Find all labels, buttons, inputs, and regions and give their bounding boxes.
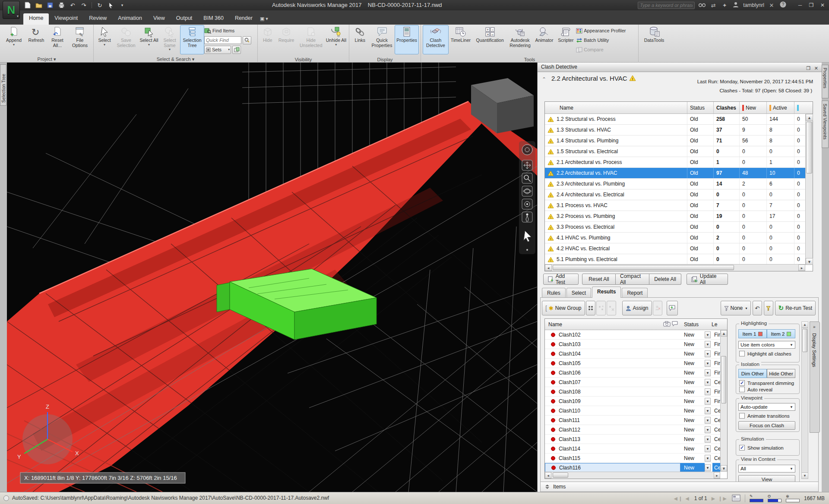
scroll-down-arrow[interactable]: ▼ bbox=[802, 472, 808, 479]
add-comment-button[interactable]: + bbox=[667, 301, 678, 315]
panel-close-icon[interactable]: ✕ bbox=[814, 64, 818, 73]
3d-viewport[interactable]: Z X Y X: 1689011ft 8in 1/8 Y: 1778600ft … bbox=[7, 63, 537, 492]
batch-utility-button[interactable]: Batch Utility bbox=[576, 36, 636, 44]
clash-column-level[interactable]: Le bbox=[712, 321, 727, 328]
clash-result-row[interactable]: Clash112New▼Ce bbox=[545, 425, 720, 435]
transparent-dimming-checkbox[interactable]: ✓ Transparent dimming bbox=[739, 380, 794, 386]
new-file-icon[interactable] bbox=[23, 1, 32, 9]
clash-result-row[interactable]: Clash107New▼Ce bbox=[545, 378, 720, 387]
manage-sets-button[interactable] bbox=[232, 46, 241, 54]
group-selected-button[interactable] bbox=[586, 301, 595, 315]
hide-button[interactable]: Hide bbox=[259, 25, 275, 54]
undo-icon[interactable]: ↶ bbox=[68, 1, 77, 9]
quantification-button[interactable]: +−×= Quantification bbox=[473, 25, 507, 54]
ribbon-tab-render[interactable]: Render bbox=[229, 13, 258, 25]
animate-transitions-checkbox[interactable]: Animate transitions bbox=[739, 413, 790, 419]
saved-viewpoints-side-tab[interactable]: Saved Viewpoints bbox=[822, 101, 829, 148]
select-cursor-icon[interactable] bbox=[107, 1, 115, 9]
item2-toggle-button[interactable]: Item 2 bbox=[767, 329, 795, 338]
highlight-all-clashes-checkbox[interactable]: Highlight all clashes bbox=[739, 351, 791, 356]
help-icon[interactable]: ? bbox=[779, 1, 787, 9]
clash-list-horizontal-scrollbar[interactable]: ◂ ▸ bbox=[545, 472, 720, 479]
column-header-reviewed[interactable] bbox=[794, 102, 805, 113]
display-settings-tab[interactable]: » Display Settings bbox=[810, 321, 820, 433]
compare-button[interactable]: Compare bbox=[576, 45, 636, 54]
find-items-button[interactable]: Find Items bbox=[204, 26, 255, 35]
autodesk-rendering-button[interactable]: Autodesk Rendering bbox=[507, 25, 533, 54]
clash-result-row[interactable]: Clash113New▼Ce bbox=[545, 435, 720, 444]
select-button[interactable]: Select▾ bbox=[95, 25, 114, 54]
clash-test-row[interactable]: !1.3 Structural vs. HVACOld37980 bbox=[545, 125, 805, 135]
scroll-up-arrow[interactable]: ▲ bbox=[721, 330, 727, 337]
scroll-right-arrow[interactable]: ▸ bbox=[714, 472, 720, 479]
tab-results[interactable]: Results bbox=[592, 287, 621, 298]
hide-other-button[interactable]: Hide Other bbox=[767, 369, 795, 378]
clash-result-row[interactable]: Clash109New▼Fir bbox=[545, 397, 720, 406]
properties-button[interactable]: Properties bbox=[395, 25, 419, 54]
status-dropdown-arrow[interactable]: ▼ bbox=[705, 331, 711, 338]
compact-filter-button[interactable] bbox=[764, 301, 773, 315]
scrollbar-thumb[interactable] bbox=[553, 265, 734, 270]
clash-result-row[interactable]: Clash110New▼Ce bbox=[545, 406, 720, 416]
open-file-icon[interactable] bbox=[35, 1, 43, 9]
status-dropdown-arrow[interactable]: ▼ bbox=[705, 455, 711, 462]
new-group-button[interactable]: [✱ New Group bbox=[542, 301, 585, 315]
reset-all-button-panel[interactable]: Reset All bbox=[582, 274, 616, 285]
focus-on-clash-button[interactable]: Focus on Clash bbox=[738, 421, 795, 430]
clash-result-row[interactable]: Clash115New▼Ce bbox=[545, 454, 720, 463]
ribbon-tab-animation[interactable]: Animation bbox=[112, 13, 148, 25]
clash-test-row[interactable]: !2.1 Architectural vs. ProcessOld1010 bbox=[545, 157, 805, 168]
properties-side-tab[interactable]: Properties bbox=[822, 65, 829, 98]
clash-test-row[interactable]: !3.1 Process vs. HVACOld7070 bbox=[545, 200, 805, 211]
column-header-name[interactable]: Name bbox=[545, 102, 687, 113]
scroll-left-arrow[interactable]: ◂ bbox=[545, 472, 551, 479]
unassign-button[interactable] bbox=[653, 301, 662, 315]
print-icon[interactable] bbox=[57, 1, 66, 9]
clash-result-row[interactable]: Clash111New▼Ce bbox=[545, 416, 720, 425]
select-all-button[interactable]: Select All▾ bbox=[139, 25, 159, 54]
ribbon-display-options-icon[interactable]: ▣ ▾ bbox=[258, 13, 272, 25]
refresh-button[interactable]: ↻ Refresh bbox=[26, 25, 47, 54]
datatools-button[interactable]: DataTools bbox=[640, 25, 668, 54]
walk-icon[interactable] bbox=[522, 212, 532, 222]
sync-icon[interactable]: ⇄ bbox=[709, 2, 717, 9]
model-canvas[interactable]: Z X Y X: 1689011ft 8in 1/8 Y: 1778600ft … bbox=[7, 63, 537, 492]
clash-test-row[interactable]: !3.2 Process vs. PlumbingOld190170 bbox=[545, 211, 805, 222]
look-around-icon[interactable] bbox=[522, 199, 532, 209]
clash-test-row[interactable]: !2.4 Architectural vs. ElectricalOld0000 bbox=[545, 189, 805, 200]
select-same-button[interactable]: Select Same▾ bbox=[159, 25, 180, 54]
column-header-status[interactable]: Status bbox=[687, 102, 714, 113]
clash-list-vertical-scrollbar[interactable]: ▲ ▼ bbox=[720, 330, 727, 472]
delete-all-button[interactable]: Delete All bbox=[649, 274, 681, 285]
column-header-active[interactable]: Active bbox=[767, 102, 794, 113]
user-icon[interactable] bbox=[732, 2, 740, 9]
clash-test-row[interactable]: !1.4 Structural vs. PlumbingOld715680 bbox=[545, 135, 805, 146]
tab-rules[interactable]: Rules bbox=[542, 288, 566, 298]
scroll-up-arrow[interactable]: ▲ bbox=[802, 322, 808, 328]
orbit-icon[interactable] bbox=[522, 186, 532, 196]
group-label-tools[interactable]: Tools bbox=[421, 57, 638, 62]
scripter-button[interactable]: Scripter bbox=[555, 25, 576, 54]
status-dropdown-arrow[interactable]: ▼ bbox=[705, 379, 711, 386]
scroll-right-arrow[interactable]: ▸ bbox=[798, 265, 805, 271]
status-dropdown-arrow[interactable]: ▼ bbox=[705, 445, 711, 452]
quick-properties-button[interactable]: Quick Properties bbox=[369, 25, 395, 54]
navbar-options-dots[interactable] bbox=[526, 249, 528, 251]
toolbar-options-chevron-icon[interactable]: ▾ bbox=[118, 1, 127, 9]
timeliner-button[interactable]: TimeLiner bbox=[449, 25, 473, 54]
items-section-bar[interactable]: Items bbox=[540, 482, 819, 492]
unhide-all-button[interactable]: Unhide All▾ bbox=[325, 25, 347, 54]
clash-result-row[interactable]: Clash114New▼Ce bbox=[545, 444, 720, 454]
clash-test-row[interactable]: !3.3 Process vs. ElectricalOld0000 bbox=[545, 222, 805, 233]
panel-vertical-scrollbar[interactable]: ▲ ▼ bbox=[801, 321, 808, 479]
sheet-browser-icon[interactable] bbox=[732, 495, 740, 503]
ribbon-tab-bim-360[interactable]: BIM 360 bbox=[198, 13, 229, 25]
status-dropdown-arrow[interactable]: ▼ bbox=[705, 341, 711, 348]
save-icon[interactable] bbox=[46, 1, 54, 9]
rerun-test-button[interactable]: ↻ Re-run Test bbox=[775, 301, 816, 315]
scrollbar-thumb[interactable] bbox=[802, 329, 807, 352]
compact-all-button[interactable]: Compact All bbox=[616, 274, 649, 285]
close-session-icon[interactable]: ✕ bbox=[768, 2, 775, 9]
comment-icon[interactable] bbox=[672, 321, 680, 328]
tab-report[interactable]: Report bbox=[622, 288, 648, 298]
